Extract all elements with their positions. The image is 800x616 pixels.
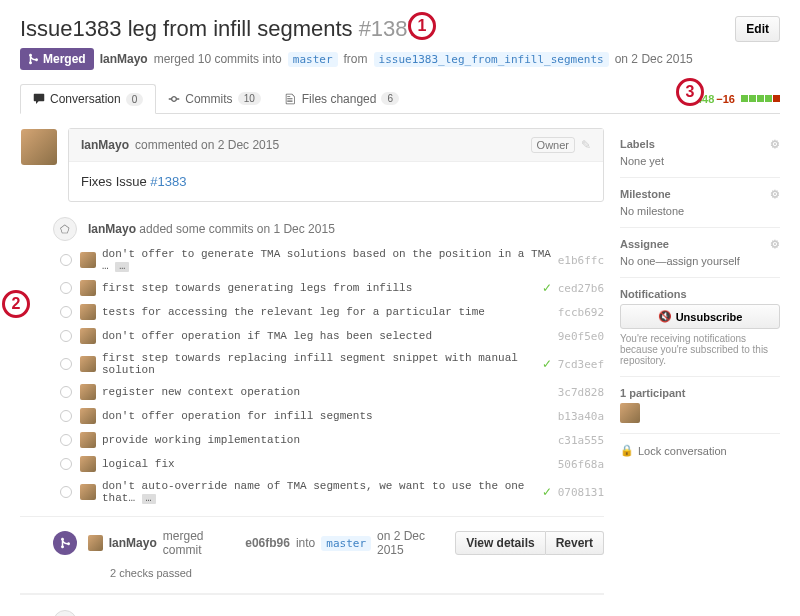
assignee-none[interactable]: No one—assign yourself <box>620 255 780 267</box>
commit-avatar[interactable] <box>80 356 96 372</box>
pr-author-link[interactable]: IanMayo <box>100 52 148 66</box>
commit-avatar[interactable] <box>80 432 96 448</box>
milestone-heading: Milestone <box>620 188 671 201</box>
lines-removed: −16 <box>716 93 735 105</box>
commit-message[interactable]: first step towards generating legs from … <box>102 282 536 294</box>
commit-message[interactable]: don't offer to generate TMA solutions ba… <box>102 248 552 272</box>
commit-message[interactable]: first step towards replacing infill segm… <box>102 352 536 376</box>
merge-commit-hash[interactable]: e06fb96 <box>245 536 290 550</box>
annotation-1: 1 <box>408 12 436 40</box>
avatar[interactable] <box>21 129 57 165</box>
participants-heading: 1 participant <box>620 387 685 399</box>
merge-avatar[interactable] <box>88 535 103 551</box>
view-details-button[interactable]: View details <box>455 531 545 555</box>
tab-files[interactable]: Files changed6 <box>273 85 411 113</box>
commit-row: don't offer operation for infill segment… <box>20 404 604 428</box>
commit-row: don't auto-override name of TMA segments… <box>20 476 604 508</box>
mute-icon: 🔇 <box>658 310 672 323</box>
pr-title: Issue1383 leg from infill segments <box>20 16 353 42</box>
labels-none: None yet <box>620 155 780 167</box>
assignee-gear-icon[interactable]: ⚙ <box>770 238 780 251</box>
merge-user[interactable]: IanMayo <box>109 536 157 550</box>
commit-message[interactable]: don't offer operation for infill segment… <box>102 410 552 422</box>
commit-avatar[interactable] <box>80 328 96 344</box>
edit-comment-icon[interactable]: ✎ <box>581 138 591 152</box>
commit-message[interactable]: tests for accessing the relevant leg for… <box>102 306 552 318</box>
comment-body-prefix: Fixes Issue <box>81 174 150 189</box>
assignee-heading: Assignee <box>620 238 669 251</box>
commit-row: first step towards replacing infill segm… <box>20 348 604 380</box>
issue-link[interactable]: #1383 <box>150 174 186 189</box>
check-icon: ✓ <box>542 485 552 499</box>
commit-hash[interactable]: 0708131 <box>558 486 604 499</box>
tabs-nav: Conversation0 Commits10 Files changed6 +… <box>20 84 780 114</box>
tab-conversation[interactable]: Conversation0 <box>20 84 156 114</box>
participant-avatar[interactable] <box>620 403 640 423</box>
notif-note: You're receiving notifications because y… <box>620 333 780 366</box>
notifications-heading: Notifications <box>620 288 687 300</box>
commit-avatar[interactable] <box>80 304 96 320</box>
commit-row: logical fix 506f68a <box>20 452 604 476</box>
commit-hash[interactable]: 3c7d828 <box>558 386 604 399</box>
ellipsis-icon[interactable]: … <box>142 494 156 504</box>
file-icon <box>285 93 297 105</box>
commit-icon <box>168 93 180 105</box>
comment-author[interactable]: IanMayo <box>81 138 129 152</box>
repo-push-icon: ⬠ <box>53 217 77 241</box>
merged-date: on 2 Dec 2015 <box>615 52 693 66</box>
annotation-2: 2 <box>2 290 30 318</box>
comment-icon <box>33 93 45 105</box>
base-branch[interactable]: master <box>288 52 338 67</box>
commit-hash[interactable]: 506f68a <box>558 458 604 471</box>
comment-box: IanMayo commented on 2 Dec 2015 Owner ✎ … <box>68 128 604 202</box>
commit-hash[interactable]: b13a40a <box>558 410 604 423</box>
merged-text: merged 10 commits into <box>154 52 282 66</box>
commit-avatar[interactable] <box>80 384 96 400</box>
reference-event: 🔖 IanMayo referenced this pull request o… <box>20 607 604 616</box>
commits-count: 10 <box>238 92 261 105</box>
commit-message[interactable]: logical fix <box>102 458 552 470</box>
lock-conversation[interactable]: 🔒Lock conversation <box>620 434 780 457</box>
commit-hash[interactable]: e1b6ffc <box>558 254 604 267</box>
commits-added-header: ⬠ IanMayo added some commits on 1 Dec 20… <box>20 214 604 244</box>
unsubscribe-button[interactable]: 🔇Unsubscribe <box>620 304 780 329</box>
revert-button[interactable]: Revert <box>546 531 604 555</box>
commit-message[interactable]: don't auto-override name of TMA segments… <box>102 480 536 504</box>
merged-badge: Merged <box>20 48 94 70</box>
commit-hash[interactable]: c31a555 <box>558 434 604 447</box>
commit-row: don't offer operation if TMA leg has bee… <box>20 324 604 348</box>
edit-button[interactable]: Edit <box>735 16 780 42</box>
milestone-gear-icon[interactable]: ⚙ <box>770 188 780 201</box>
commit-avatar[interactable] <box>80 456 96 472</box>
diff-bar <box>741 95 780 102</box>
commit-message[interactable]: provide working implementation <box>102 434 552 446</box>
commit-hash[interactable]: ced27b6 <box>558 282 604 295</box>
commit-avatar[interactable] <box>80 252 96 268</box>
commit-hash[interactable]: 7cd3eef <box>558 358 604 371</box>
check-icon: ✓ <box>542 281 552 295</box>
lock-icon: 🔒 <box>620 444 634 457</box>
commit-message[interactable]: register new context operation <box>102 386 552 398</box>
files-count: 6 <box>381 92 399 105</box>
commit-avatar[interactable] <box>80 484 96 500</box>
milestone-none: No milestone <box>620 205 780 217</box>
commit-hash[interactable]: 9e0f5e0 <box>558 330 604 343</box>
commit-avatar[interactable] <box>80 408 96 424</box>
comment-date: commented on 2 Dec 2015 <box>135 138 279 152</box>
tab-commits[interactable]: Commits10 <box>156 85 272 113</box>
head-branch[interactable]: issue1383_leg_from_infill_segments <box>374 52 609 67</box>
owner-badge: Owner <box>531 137 575 153</box>
commit-row: tests for accessing the relevant leg for… <box>20 300 604 324</box>
merge-event: IanMayo merged commit e06fb96 into maste… <box>20 516 604 565</box>
commits-author[interactable]: IanMayo <box>88 222 136 236</box>
merge-into-branch[interactable]: master <box>321 536 371 551</box>
commit-row: don't offer to generate TMA solutions ba… <box>20 244 604 276</box>
git-merge-icon <box>28 53 39 65</box>
ellipsis-icon[interactable]: … <box>115 262 129 272</box>
from-text: from <box>344 52 368 66</box>
commit-hash[interactable]: fccb692 <box>558 306 604 319</box>
commit-message[interactable]: don't offer operation if TMA leg has bee… <box>102 330 552 342</box>
annotation-3: 3 <box>676 78 704 106</box>
labels-gear-icon[interactable]: ⚙ <box>770 138 780 151</box>
commit-avatar[interactable] <box>80 280 96 296</box>
